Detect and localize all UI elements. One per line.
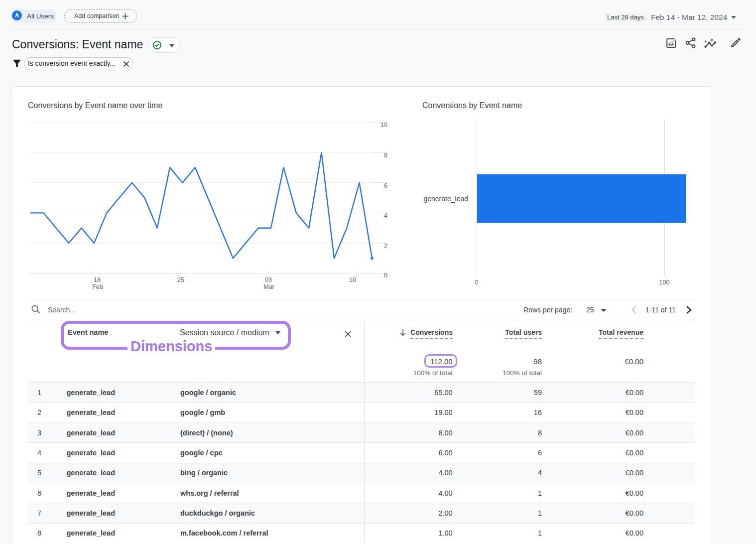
svg-text:03: 03 bbox=[265, 276, 272, 283]
svg-text:6: 6 bbox=[384, 182, 387, 189]
svg-text:Feb: Feb bbox=[92, 283, 103, 290]
svg-text:18: 18 bbox=[94, 276, 101, 283]
svg-text:100: 100 bbox=[659, 279, 670, 286]
svg-text:generate_lead: generate_lead bbox=[423, 195, 468, 203]
svg-text:4: 4 bbox=[384, 212, 387, 219]
svg-text:10: 10 bbox=[380, 122, 387, 129]
svg-text:0: 0 bbox=[475, 279, 479, 286]
svg-text:Mar: Mar bbox=[263, 283, 274, 290]
svg-text:25: 25 bbox=[177, 276, 184, 283]
svg-text:10: 10 bbox=[349, 276, 356, 283]
svg-text:0: 0 bbox=[384, 272, 387, 279]
svg-text:2: 2 bbox=[384, 243, 387, 250]
svg-text:8: 8 bbox=[384, 152, 387, 159]
